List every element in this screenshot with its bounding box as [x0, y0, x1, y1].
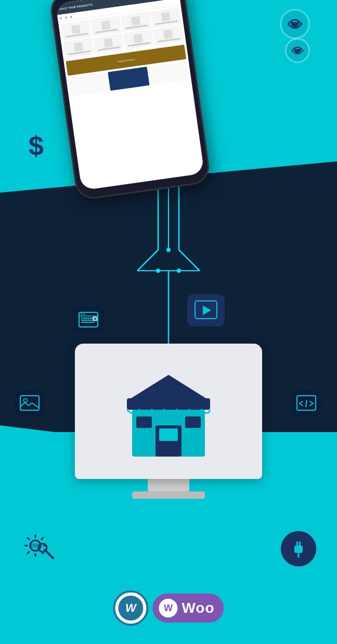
screen-product — [123, 29, 154, 49]
svg-rect-19 — [81, 320, 93, 321]
code-svg — [296, 395, 316, 412]
plug-icon-wrapper — [281, 531, 316, 566]
screen-featured-item — [68, 72, 110, 96]
svg-line-27 — [306, 400, 307, 407]
eye-icon-small — [287, 40, 308, 61]
phone-body: SALE YOUR PRODUCTS — [48, 0, 211, 201]
eye-icon-large — [281, 10, 308, 37]
store-icon — [122, 359, 215, 463]
screen-nav-dot — [70, 16, 72, 18]
eye-icons-group — [281, 10, 308, 61]
monitor-wrapper — [75, 344, 262, 499]
dollar-icon: $ — [29, 130, 44, 161]
svg-point-12 — [177, 269, 181, 273]
svg-rect-24 — [20, 396, 39, 410]
screen-product — [150, 7, 182, 28]
svg-rect-20 — [81, 322, 94, 323]
svg-point-17 — [84, 313, 85, 315]
svg-rect-38 — [294, 546, 303, 553]
svg-rect-31 — [159, 428, 178, 441]
screen-product — [63, 37, 94, 58]
screen-nav-dot — [60, 17, 62, 19]
phone-screen: SALE YOUR PRODUCTS — [56, 0, 204, 191]
screen-nav-dot — [65, 16, 68, 19]
image-svg — [20, 395, 40, 412]
svg-rect-33 — [185, 416, 201, 428]
screen-product — [90, 16, 122, 36]
svg-line-7 — [137, 250, 158, 271]
svg-rect-18 — [81, 318, 96, 319]
wordpress-logo: W — [113, 590, 148, 626]
svg-line-8 — [179, 250, 200, 271]
store-svg — [122, 359, 215, 463]
svg-rect-40 — [299, 541, 301, 547]
screen-product — [120, 11, 151, 32]
code-icon-badge — [291, 390, 321, 416]
woo-text: Woo — [182, 600, 214, 616]
screen-store-title: SALE YOUR PRODUCTS — [59, 3, 93, 11]
woo-letter: W — [164, 603, 173, 614]
monitor-base — [132, 491, 205, 499]
plug-svg — [288, 538, 309, 559]
svg-point-11 — [156, 269, 160, 273]
play-icon-badge — [187, 294, 225, 326]
screen-product — [153, 25, 184, 45]
gear-icon-wrapper — [21, 531, 58, 563]
screen-featured-item — [148, 61, 189, 85]
monitor-stand — [148, 479, 189, 491]
svg-rect-28 — [127, 398, 210, 410]
screen-featured-item — [108, 67, 150, 91]
browser-svg — [79, 312, 98, 329]
eye-svg-small — [291, 46, 304, 55]
bottom-logos: W W Woo — [113, 590, 224, 626]
browser-icon-badge — [73, 307, 104, 333]
svg-marker-23 — [203, 306, 211, 315]
phone-mockup: SALE YOUR PRODUCTS — [48, 0, 211, 201]
dollar-symbol: $ — [29, 131, 44, 161]
main-scene: SALE YOUR PRODUCTS — [0, 0, 337, 644]
svg-point-13 — [166, 248, 171, 252]
image-icon-badge — [15, 390, 45, 416]
wordpress-w: W — [118, 596, 143, 621]
woocommerce-logo: W Woo — [152, 594, 224, 623]
svg-rect-32 — [136, 416, 152, 428]
wp-letter: W — [125, 601, 136, 615]
svg-point-25 — [24, 399, 28, 402]
svg-rect-39 — [296, 541, 298, 547]
woo-w-circle: W — [159, 599, 177, 617]
svg-point-16 — [81, 313, 83, 315]
screen-product — [60, 20, 92, 41]
screen-product — [93, 33, 124, 54]
gear-svg — [21, 531, 58, 561]
screen-banner-text: Featured Products — [118, 58, 135, 63]
play-svg — [195, 300, 217, 320]
eye-svg — [287, 18, 303, 30]
monitor-screen — [75, 344, 262, 479]
